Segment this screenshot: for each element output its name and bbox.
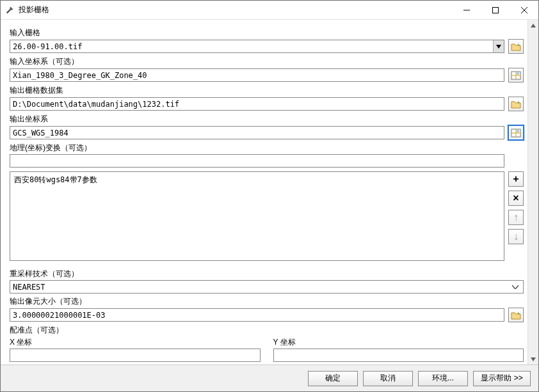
label-cell-size: 输出像元大小（可选） [10, 296, 524, 307]
output-crs-field[interactable] [10, 126, 504, 139]
chevron-down-icon [493, 40, 504, 52]
label-input-raster: 输入栅格 [10, 27, 524, 38]
scroll-up-icon [528, 20, 538, 31]
cancel-button[interactable]: 取消 [363, 371, 413, 386]
close-button[interactable] [510, 1, 538, 19]
label-geo-transform: 地理(坐标)变换（可选） [10, 143, 524, 153]
browse-input-raster-button[interactable] [508, 39, 524, 54]
arrow-down-icon: ↓ [513, 231, 519, 242]
window-title: 投影栅格 [19, 4, 49, 15]
label-resample: 重采样技术（可选） [10, 269, 524, 279]
arrow-up-icon: ↑ [513, 212, 519, 223]
vertical-scrollbar[interactable] [527, 20, 538, 365]
maximize-button[interactable] [481, 1, 510, 19]
cell-size-field[interactable] [10, 308, 504, 322]
move-up-button[interactable]: ↑ [508, 210, 524, 225]
input-raster-value: 26.00-91.00.tif [13, 42, 82, 51]
scroll-down-icon [528, 354, 538, 365]
add-button[interactable]: + [508, 171, 524, 187]
resample-value: NEAREST [13, 283, 45, 292]
form-content: 输入栅格 26.00-91.00.tif 输入坐标系（可选） [1, 20, 527, 365]
dialog-window: 投影栅格 输入栅格 26.00-91.00.tif [0, 0, 539, 392]
svg-rect-1 [492, 7, 498, 13]
list-item[interactable]: 西安80转wgs84带7参数 [14, 175, 500, 185]
chevron-down-icon [510, 285, 520, 289]
crs-picker-output-button[interactable] [508, 125, 524, 140]
titlebar: 投影栅格 [1, 1, 538, 20]
minimize-button[interactable] [452, 1, 481, 19]
output-dataset-field[interactable] [10, 97, 504, 111]
button-bar: 确定 取消 环境... 显示帮助 >> [1, 365, 538, 391]
input-crs-field[interactable] [10, 68, 504, 82]
resample-dropdown[interactable]: NEAREST [10, 280, 524, 294]
show-help-button[interactable]: 显示帮助 >> [473, 371, 531, 386]
label-y-coord: Y 坐标 [273, 337, 524, 348]
label-output-crs: 输出坐标系 [10, 114, 524, 125]
plus-icon: + [513, 173, 519, 185]
crs-picker-button[interactable] [508, 68, 524, 82]
browse-cell-size-button[interactable] [508, 308, 524, 322]
label-output-dataset: 输出栅格数据集 [10, 85, 524, 96]
browse-output-button[interactable] [508, 97, 524, 111]
x-icon: × [513, 192, 519, 204]
svg-point-11 [517, 130, 519, 132]
input-raster-dropdown[interactable]: 26.00-91.00.tif [10, 40, 504, 53]
remove-button[interactable]: × [508, 191, 524, 206]
environments-button[interactable]: 环境... [418, 371, 468, 386]
ok-button[interactable]: 确定 [308, 371, 358, 386]
transform-listbox[interactable]: 西安80转wgs84带7参数 [10, 171, 504, 261]
label-reg-point: 配准点（可选） [10, 325, 524, 336]
geo-transform-field[interactable] [10, 154, 504, 168]
label-input-crs: 输入坐标系（可选） [10, 56, 524, 67]
label-x-coord: X 坐标 [10, 337, 261, 348]
x-coord-field[interactable] [10, 349, 261, 362]
y-coord-field[interactable] [273, 349, 524, 362]
move-down-button[interactable]: ↓ [508, 229, 524, 244]
hammer-icon [4, 5, 15, 15]
svg-point-7 [517, 72, 519, 75]
